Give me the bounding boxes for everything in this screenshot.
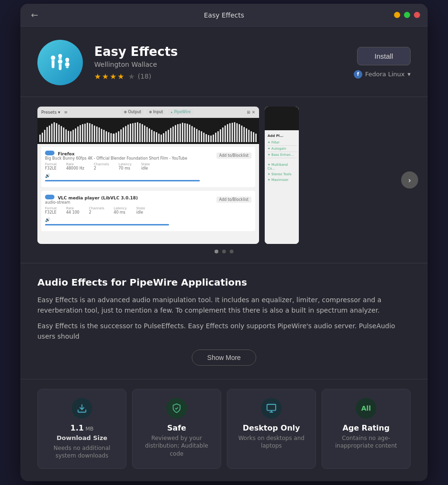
app-icon — [37, 40, 83, 85]
dot-3[interactable] — [230, 250, 233, 253]
svg-point-7 — [51, 55, 55, 60]
app-developer: Wellington Wallace — [94, 61, 342, 68]
age-rating-value: Age Rating — [328, 423, 404, 432]
maximize-button[interactable] — [404, 12, 410, 18]
stars-filled: ★★★★ — [94, 72, 125, 81]
screenshot-main[interactable]: Presets ▾ ≡ ⊕ Output ⊕ Input ⬥ PipeWire … — [37, 107, 259, 244]
window-title: Easy Effects — [204, 11, 244, 19]
download-size-label: Download Size — [44, 434, 120, 441]
app-window: ← Easy Effects — [20, 4, 428, 481]
desktop-value: Desktop Only — [233, 423, 310, 432]
age-rating-desc: Contains no age-inappropriate content — [328, 434, 404, 450]
svg-point-6 — [65, 58, 69, 62]
age-rating-icon: All — [356, 398, 376, 419]
svg-point-8 — [58, 59, 63, 64]
info-card-safe: Safe Reviewed by your distribution; Audi… — [132, 389, 221, 469]
platform-selector[interactable]: f Fedora Linux ▾ — [354, 70, 411, 79]
titlebar: ← Easy Effects — [20, 4, 428, 27]
app-header: Easy Effects Wellington Wallace ★★★★ ★ (… — [20, 27, 428, 97]
description-paragraph-1: Easy Effects is an advanced audio manipu… — [37, 295, 411, 316]
app-name: Easy Effects — [94, 45, 342, 59]
window-controls — [394, 12, 420, 18]
screenshots-container: Presets ▾ ≡ ⊕ Output ⊕ Input ⬥ PipeWire … — [20, 107, 428, 244]
close-button[interactable] — [414, 12, 420, 18]
info-cards: 1.1 MB Download Size Needs no additional… — [20, 379, 428, 481]
svg-rect-11 — [267, 404, 276, 410]
dot-1[interactable] — [215, 250, 218, 253]
svg-point-4 — [58, 54, 62, 58]
rating-count: (18) — [138, 72, 152, 80]
safe-icon — [166, 398, 187, 419]
info-card-download: 1.1 MB Download Size Needs no additional… — [37, 389, 126, 469]
app-rating: ★★★★ ★ (18) — [94, 72, 342, 81]
safe-desc: Reviewed by your distribution; Auditable… — [138, 434, 215, 458]
minimize-button[interactable] — [394, 12, 400, 18]
download-icon — [72, 398, 92, 419]
screenshot-dots — [20, 250, 428, 253]
download-size-value: 1.1 MB — [44, 423, 120, 432]
platform-dropdown-icon: ▾ — [407, 71, 411, 78]
safe-value: Safe — [138, 423, 215, 432]
platform-label: Fedora Linux — [365, 71, 404, 78]
screenshots-section: Presets ▾ ≡ ⊕ Output ⊕ Input ⬥ PipeWire … — [20, 97, 428, 263]
desktop-icon — [261, 398, 282, 419]
description-paragraph-2: Easy Effects is the successor to PulseEf… — [37, 321, 411, 342]
next-screenshot-button[interactable]: › — [401, 171, 418, 189]
info-card-age: All Age Rating Contains no age-inappropr… — [322, 389, 411, 469]
install-button[interactable]: Install — [357, 47, 411, 65]
fedora-icon: f — [354, 70, 362, 79]
info-card-desktop: Desktop Only Works on desktops and lapto… — [227, 389, 316, 469]
screenshot-partial-2: Add Pl... ✦ Filter ✦ Autogain ✦ Bass Enh… — [265, 107, 299, 244]
app-actions: Install f Fedora Linux ▾ — [354, 47, 411, 79]
app-info: Easy Effects Wellington Wallace ★★★★ ★ (… — [94, 45, 342, 81]
description-title: Audio Effects for PipeWire Applications — [37, 277, 411, 288]
dot-2[interactable] — [222, 250, 226, 253]
download-size-desc: Needs no additional system downloads — [44, 444, 120, 460]
content-area: Easy Effects Wellington Wallace ★★★★ ★ (… — [20, 27, 428, 481]
star-empty: ★ — [128, 72, 134, 81]
description-section: Audio Effects for PipeWire Applications … — [20, 263, 428, 379]
back-button[interactable]: ← — [28, 9, 41, 22]
svg-point-9 — [65, 62, 70, 67]
show-more-button[interactable]: Show More — [192, 350, 257, 366]
desktop-desc: Works on desktops and laptops — [233, 434, 310, 450]
